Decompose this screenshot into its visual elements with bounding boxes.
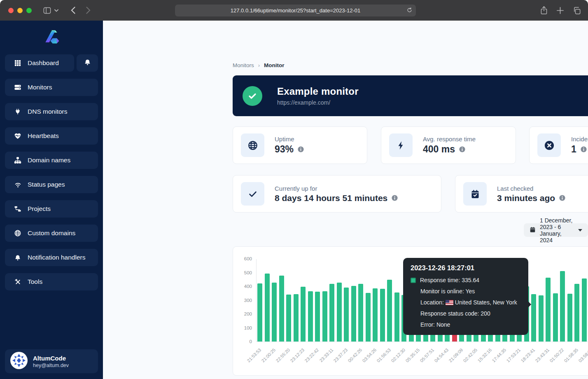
sidebar-item-label: Heartbeats	[28, 132, 59, 140]
x-axis-label: 23:12:23	[289, 347, 306, 363]
chart-bar[interactable]	[308, 291, 313, 342]
sidebar: Dashboard	[0, 21, 103, 379]
sidebar-item-dns-monitors[interactable]: DNS monitors	[5, 103, 98, 120]
chevron-down-icon[interactable]	[54, 9, 58, 12]
circle-x-icon	[537, 133, 561, 157]
y-axis-tick: 0	[233, 339, 252, 344]
breadcrumb-current: Monitor	[264, 62, 285, 68]
sidebar-item-label: DNS monitors	[28, 108, 67, 115]
new-tab-icon[interactable]	[557, 7, 564, 14]
x-axis-label: 05:57:51	[419, 347, 435, 363]
sidebar-item-status-pages[interactable]: Status pages	[5, 176, 98, 193]
chart-bar[interactable]	[337, 283, 342, 342]
date-range-button[interactable]: 1 December, 2023 - 6 January, 2024	[524, 223, 588, 237]
incidents-value: 1	[571, 144, 576, 155]
y-axis-tick: 500	[233, 270, 252, 275]
incidents-card: Incidents 1	[529, 126, 588, 164]
info-icon[interactable]	[580, 146, 587, 153]
wifi-icon	[14, 181, 22, 188]
chart-bar[interactable]	[265, 274, 270, 342]
x-axis-label: 23:33:11	[318, 347, 334, 363]
info-icon[interactable]	[559, 194, 566, 201]
chart-bar[interactable]	[358, 284, 363, 342]
chart-bar[interactable]	[560, 271, 565, 342]
sidebar-item-label: Domain names	[28, 157, 70, 164]
server-icon	[14, 84, 22, 91]
info-icon[interactable]	[297, 146, 304, 153]
response-time-chart: 2023-12-26 18:27:01 Response time: 335.6…	[233, 246, 588, 376]
user-account[interactable]: AltumCode hey@altum.dev	[5, 349, 98, 373]
share-icon[interactable]	[540, 6, 548, 15]
uptime-value: 93%	[275, 144, 294, 155]
chart-bar[interactable]	[387, 280, 392, 342]
breadcrumb-monitors-link[interactable]: Monitors	[233, 62, 254, 68]
chart-bar[interactable]	[574, 284, 579, 342]
uptime-label: Uptime	[275, 136, 304, 143]
chart-bar[interactable]	[344, 288, 349, 342]
info-icon[interactable]	[459, 146, 466, 153]
sidebar-item-domain-names[interactable]: Domain names	[5, 152, 98, 169]
x-axis-label: 18:23:41	[520, 347, 536, 363]
chart-bar[interactable]	[366, 293, 371, 342]
chart-bar[interactable]	[257, 283, 262, 342]
caret-down-icon	[578, 229, 582, 232]
notifications-button[interactable]	[77, 54, 98, 72]
currently-up-card: Currently up for 8 days 14 hours 51 minu…	[233, 175, 441, 213]
sidebar-item-custom-domains[interactable]: Custom domains	[5, 225, 98, 242]
sidebar-item-projects[interactable]: Projects	[5, 200, 98, 218]
tooltip-response-time: Response time: 335.64	[420, 275, 479, 286]
chart-bar[interactable]	[553, 293, 558, 342]
uptime-card: Uptime 93%	[233, 126, 367, 164]
tooltip-location: Location:United States, New York	[411, 297, 521, 308]
sidebar-item-dashboard[interactable]: Dashboard	[5, 54, 74, 72]
back-icon[interactable]	[71, 7, 75, 14]
chart-bar[interactable]	[351, 286, 356, 342]
x-axis-label: 23:22:42	[304, 347, 320, 363]
reload-icon[interactable]	[406, 7, 413, 15]
chart-bar[interactable]	[531, 294, 536, 342]
y-axis-tick: 600	[233, 256, 252, 261]
breadcrumb-separator: ›	[258, 62, 260, 68]
chart-bar[interactable]	[582, 278, 587, 342]
sidebar-item-heartbeats[interactable]: Heartbeats	[5, 127, 98, 145]
chart-bar[interactable]	[567, 294, 572, 342]
sidebar-item-label: Projects	[28, 205, 51, 213]
y-axis-tick: 100	[233, 325, 252, 330]
forward-icon[interactable]	[86, 7, 91, 14]
tooltip-timestamp: 2023-12-26 18:27:01	[411, 264, 521, 272]
chart-bar[interactable]	[301, 287, 306, 342]
info-icon[interactable]	[391, 194, 398, 201]
sidebar-item-notification-handlers[interactable]: Notification handlers	[5, 249, 98, 266]
chart-bar[interactable]	[294, 294, 299, 342]
chart-bar[interactable]	[279, 276, 284, 342]
x-axis-label: 00:42:26	[347, 347, 363, 363]
sidebar-toggle-icon[interactable]	[43, 7, 51, 14]
close-window-button[interactable]	[8, 8, 14, 13]
x-axis-label: 23:37:23	[333, 347, 349, 363]
x-axis-label: 04:54:43	[434, 347, 450, 363]
chart-bar[interactable]	[373, 288, 378, 342]
chart-bar[interactable]	[315, 292, 320, 342]
altumcode-logo	[42, 28, 61, 48]
chart-bar[interactable]	[394, 292, 399, 342]
sidebar-item-tools[interactable]: Tools	[5, 273, 98, 290]
chart-bar[interactable]	[546, 278, 551, 342]
chart-bar[interactable]	[329, 284, 334, 342]
wrench-icon	[14, 278, 22, 285]
user-name: AltumCode	[33, 355, 69, 362]
chart-bar[interactable]	[272, 283, 277, 342]
chart-bar[interactable]	[322, 291, 327, 342]
diagram-icon	[14, 205, 22, 213]
zoom-window-button[interactable]	[26, 8, 32, 13]
x-axis-label: 02:12:30	[390, 347, 406, 363]
address-bar[interactable]: 127.0.0.1/66uptime/monitor/25?start_date…	[175, 5, 416, 16]
globe-icon	[14, 229, 22, 237]
sidebar-item-monitors[interactable]: Monitors	[5, 79, 98, 96]
chart-bar[interactable]	[539, 295, 544, 342]
chart-bar[interactable]	[286, 295, 291, 342]
response-time-card: Avg. response time 400 ms	[381, 126, 516, 164]
sidebar-item-label: Status pages	[28, 181, 65, 188]
chart-bar[interactable]	[380, 289, 385, 342]
tab-overview-icon[interactable]	[573, 7, 581, 14]
minimize-window-button[interactable]	[17, 8, 23, 13]
